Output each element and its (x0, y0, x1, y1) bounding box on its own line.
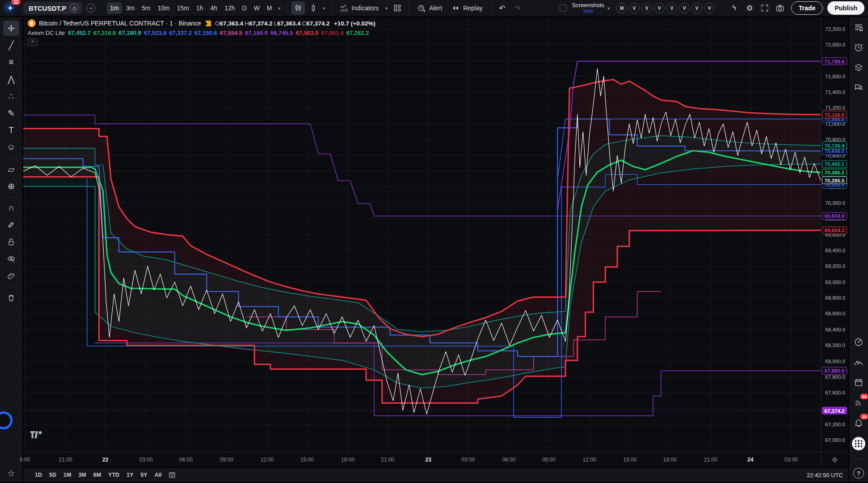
emoji-tool-button[interactable]: ☺ (3, 140, 19, 155)
range-button-3M[interactable]: 3M (75, 470, 89, 480)
time-tick[interactable]: 8:00 (20, 457, 30, 463)
price-tick[interactable]: 71,200.0 (825, 105, 845, 110)
time-tick[interactable]: 15:00 (624, 457, 637, 463)
price-tick[interactable]: 71,400.0 (825, 89, 845, 95)
time-tick[interactable]: 23 (426, 457, 431, 463)
range-button-YTD[interactable]: YTD (105, 470, 123, 480)
time-tick[interactable]: 21:00 (381, 457, 394, 463)
ideas-button[interactable] (852, 356, 865, 368)
help-button[interactable]: ? (853, 468, 864, 479)
interval-button-1h[interactable]: 1h (193, 2, 206, 14)
chart-type-secondary-button[interactable] (307, 1, 320, 15)
symbol-legend-row[interactable]: ฿ Bitcoin / TetherUS PERPETUAL CONTRACT … (28, 18, 375, 28)
quick-actions-button[interactable]: ϟ (728, 1, 741, 15)
brush-tool-button[interactable]: ✎ (3, 106, 19, 121)
interval-button-3m[interactable]: 3m (123, 2, 138, 14)
tradingview-watermark-logo[interactable] (29, 430, 43, 441)
undo-button[interactable]: ↶ (496, 1, 509, 15)
support-chat-bubble[interactable] (0, 411, 13, 429)
time-tick[interactable]: 03:00 (784, 457, 798, 463)
price-tick[interactable]: 67,600.0 (825, 390, 845, 395)
zoom-in-tool-button[interactable]: ⊕ (3, 178, 19, 194)
publish-button[interactable]: Publish (827, 1, 864, 15)
time-tick[interactable]: 09:00 (220, 457, 233, 463)
interval-button-1m[interactable]: 1m (107, 2, 122, 14)
price-tick[interactable]: 68,800.0 (825, 295, 845, 301)
price-tick[interactable]: 71,600.0 (825, 74, 845, 79)
time-tick[interactable]: 06:00 (179, 457, 193, 463)
chart-type-chevron-icon[interactable]: ▾ (322, 6, 327, 11)
price-tick[interactable]: 67,000.0 (825, 437, 845, 443)
intervals-chevron-icon[interactable]: ▾ (277, 6, 282, 11)
settings-button[interactable]: ⚙ (743, 1, 756, 15)
time-tick[interactable]: 24 (747, 457, 753, 463)
projection-tool-button[interactable]: ∴ (3, 89, 19, 104)
symbol-search-button[interactable]: BTCUSDT.P ◇ (23, 2, 82, 14)
time-tick[interactable]: 06:00 (502, 457, 515, 463)
interval-button-12h[interactable]: 12h (221, 2, 238, 14)
market-status-flag-icon[interactable] (205, 21, 211, 26)
price-tick[interactable]: 68,200.0 (825, 343, 845, 348)
sync-drawings-button[interactable] (3, 268, 19, 284)
stay-drawing-mode-button[interactable]: ✐ (3, 217, 19, 233)
text-tool-button[interactable]: T (3, 123, 19, 138)
range-button-All[interactable]: All (151, 470, 165, 480)
price-tick[interactable]: 69,000.0 (825, 280, 845, 285)
time-tick[interactable]: 03:00 (139, 457, 153, 463)
avatar-5[interactable]: V (679, 3, 690, 13)
range-button-1Y[interactable]: 1Y (123, 470, 137, 480)
apps-menu-button[interactable] (852, 437, 865, 450)
screenshots-chevron-icon[interactable]: ▾ (606, 6, 611, 11)
price-tick[interactable]: 67,200.0 (825, 422, 845, 427)
interval-button-4h[interactable]: 4h (207, 2, 221, 14)
hide-drawings-button[interactable] (3, 251, 19, 267)
screener-button[interactable] (852, 336, 865, 348)
time-tick[interactable]: 12:00 (583, 457, 596, 463)
layout-grid-button[interactable] (391, 1, 404, 15)
chart-type-candles-button[interactable] (291, 1, 305, 15)
time-tick[interactable]: 18:00 (341, 457, 354, 463)
indicator-legend-row[interactable]: Axiom DC Lite 67,452.767,316.867,180.967… (28, 28, 375, 37)
alert-button[interactable]: Alert (413, 1, 446, 15)
interval-button-5m[interactable]: 5m (139, 2, 153, 14)
fullscreen-button[interactable] (758, 1, 771, 15)
crosshair-tool-button[interactable]: ✛ (3, 21, 19, 36)
screenshots-button[interactable]: Screenshots Save (572, 2, 604, 14)
price-tick[interactable]: 69,400.0 (825, 248, 845, 253)
redo-button[interactable]: ↷ (511, 1, 524, 15)
price-tick[interactable]: 68,400.0 (825, 327, 845, 332)
calendar-button[interactable] (852, 377, 865, 388)
object-tree-button[interactable] (852, 62, 865, 73)
indicators-button[interactable]: Indicators (336, 1, 383, 15)
range-button-6M[interactable]: 6M (90, 470, 105, 480)
avatar-0[interactable]: M (616, 3, 627, 13)
time-tick[interactable]: 21:00 (59, 457, 72, 463)
price-tick[interactable]: 72,200.0 (825, 26, 845, 32)
favorites-toolbar-button[interactable]: ☆ (7, 468, 15, 479)
time-tick[interactable]: 03:00 (461, 457, 475, 463)
interval-button-10m[interactable]: 10m (155, 2, 173, 14)
time-tick[interactable]: 22 (102, 457, 108, 463)
interval-button-W[interactable]: W (251, 2, 263, 14)
chart-pane[interactable]: ฿ Bitcoin / TetherUS PERPETUAL CONTRACT … (23, 17, 821, 452)
range-button-1M[interactable]: 1M (60, 470, 75, 480)
range-button-1D[interactable]: 1D (31, 470, 46, 480)
indicators-chevron-icon[interactable]: ▾ (384, 6, 389, 11)
range-button-5Y[interactable]: 5Y (137, 470, 151, 480)
interval-button-15m[interactable]: 15m (174, 2, 192, 14)
screenshots-checkbox[interactable] (560, 4, 567, 12)
go-to-date-button[interactable] (168, 471, 176, 479)
avatar-4[interactable]: V (666, 3, 677, 13)
time-tick[interactable]: 15:00 (300, 457, 314, 463)
price-tick[interactable]: 68,000.0 (825, 359, 845, 364)
price-tick[interactable]: 70,000.0 (825, 200, 845, 206)
pattern-tool-button[interactable]: ⋀ (3, 72, 19, 87)
avatar-7[interactable]: V (704, 3, 715, 13)
magnet-mode-button[interactable]: ∩ (3, 200, 19, 216)
save-link[interactable]: Save (572, 8, 604, 14)
measure-tool-button[interactable]: ▱ (3, 161, 19, 177)
price-tick[interactable]: 68,600.0 (825, 311, 845, 316)
time-tick[interactable]: 21:00 (704, 457, 717, 463)
avatar-1[interactable]: V (629, 3, 640, 13)
range-button-5D[interactable]: 5D (46, 470, 60, 480)
